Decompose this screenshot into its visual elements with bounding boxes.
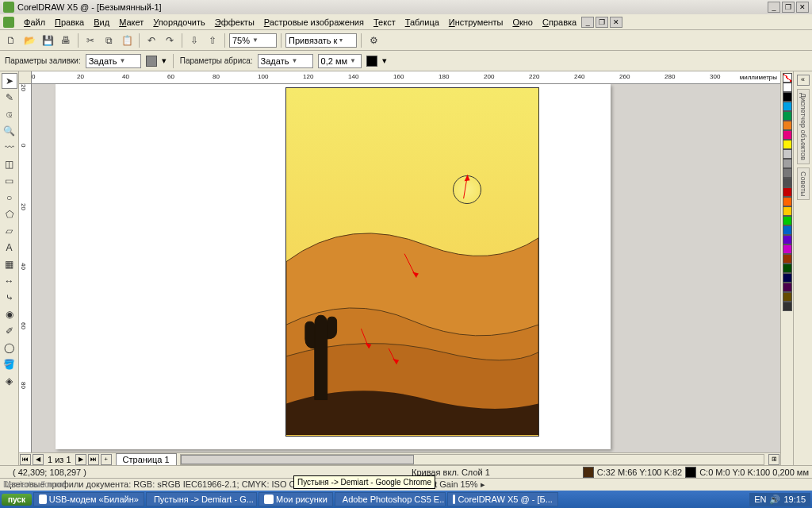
palette-swatch[interactable] [783,140,792,149]
interactive-fill-tool[interactable]: ◈ [2,373,17,389]
last-page-button[interactable]: ⏭ [88,454,99,465]
blend-tool[interactable]: ◉ [2,306,17,322]
taskbar-task[interactable]: USB-модем «Билайн» [33,492,144,506]
menu-Упорядочить[interactable]: Упорядочить [148,16,209,29]
eyedropper-tool[interactable]: ✐ [2,323,17,339]
lang-indicator[interactable]: EN [754,495,766,504]
status-outline-swatch[interactable] [685,467,696,478]
table-tool[interactable]: ▦ [2,256,17,272]
fill-swatch[interactable] [146,56,157,67]
palette-swatch[interactable] [783,121,792,130]
ellipse-tool[interactable]: ○ [2,190,17,206]
palette-swatch[interactable] [783,244,792,254]
polygon-tool[interactable]: ⬠ [2,206,17,222]
doc-close-button[interactable]: ✕ [610,17,622,28]
connector-tool[interactable]: ⤷ [2,290,17,306]
palette-swatch[interactable] [783,159,792,168]
palette-swatch[interactable] [783,264,792,273]
outline-select[interactable]: Задать▼ [258,54,313,68]
crop-tool[interactable]: ⟃ [2,106,17,122]
shape-tool[interactable]: ✎ [2,90,17,106]
menu-Эффекты[interactable]: Эффекты [210,16,259,29]
redo-button[interactable]: ↷ [162,33,178,48]
outline-width-select[interactable]: 0,2 мм▼ [318,54,362,68]
menu-Растровые изображения[interactable]: Растровые изображения [259,16,369,29]
prev-page-button[interactable]: ◀ [33,454,44,465]
palette-swatch[interactable] [783,225,792,235]
palette-swatch[interactable] [783,83,792,92]
doc-restore-button[interactable]: ❐ [596,17,608,28]
tray-icon[interactable]: 🔊 [769,495,780,505]
next-page-button[interactable]: ▶ [75,454,86,465]
start-button[interactable]: пуск [2,494,32,506]
dunes[interactable] [286,88,538,435]
palette-swatch[interactable] [783,197,792,206]
print-button[interactable]: 🖶 [58,33,74,48]
page-tab[interactable]: Страница 1 [116,453,177,466]
palette-swatch[interactable] [783,187,792,197]
palette-swatch[interactable] [783,206,792,216]
menu-Справка[interactable]: Справка [538,16,581,29]
save-button[interactable]: 💾 [40,33,56,48]
menu-Файл[interactable]: Файл [19,16,50,29]
new-button[interactable]: 🗋 [3,33,19,48]
outline-tool[interactable]: ◯ [2,340,17,356]
options-button[interactable]: ⚙ [366,33,381,48]
system-tray[interactable]: EN 🔊 19:15 [749,493,810,506]
cut-button[interactable]: ✂ [82,33,98,48]
palette-swatch[interactable] [783,216,792,225]
palette-swatch[interactable] [783,168,792,178]
docker-tab-hints[interactable]: Советы [797,167,810,200]
restore-button[interactable]: ❐ [782,2,795,13]
export-button[interactable]: ⇧ [205,33,220,48]
taskbar-task[interactable]: Пустыня -> Demiart - G... [146,492,257,506]
menu-Вид[interactable]: Вид [89,16,114,29]
import-button[interactable]: ⇩ [186,33,202,48]
docker-tab-objects[interactable]: Диспетчер объектов [797,89,810,164]
status-fill-swatch[interactable] [583,467,594,478]
palette-swatch[interactable] [783,273,792,283]
fill-tool[interactable]: 🪣 [2,356,17,372]
pick-tool[interactable]: ➤ [2,73,17,89]
doc-minimize-button[interactable]: _ [581,17,594,28]
no-color-swatch[interactable] [783,73,792,83]
fill-select[interactable]: Задать▼ [86,54,141,68]
palette-swatch[interactable] [783,283,792,292]
h-scrollbar[interactable] [180,454,764,465]
menu-Макет[interactable]: Макет [114,16,148,29]
palette-swatch[interactable] [783,292,792,302]
copy-button[interactable]: ⧉ [101,33,117,48]
taskbar-task[interactable]: Adobe Photoshop CS5 E... [335,492,446,506]
menu-Правка[interactable]: Правка [50,16,89,29]
zoom-select[interactable]: 75%▼ [229,33,277,48]
menu-Таблица[interactable]: Таблица [400,16,444,29]
palette-swatch[interactable] [783,130,792,140]
zoom-tool[interactable]: 🔍 [2,123,17,139]
taskbar-task[interactable]: CorelDRAW X5 @ - [Б... [447,492,558,506]
paste-button[interactable]: 📋 [119,33,135,48]
basic-shapes-tool[interactable]: ▱ [2,223,17,239]
artwork[interactable] [285,87,539,437]
taskbar-task[interactable]: Мои рисунки [259,492,333,506]
undo-button[interactable]: ↶ [144,33,159,48]
palette-swatch[interactable] [783,111,792,121]
palette-swatch[interactable] [783,302,792,311]
nav-button[interactable]: ⊞ [768,454,779,465]
palette-swatch[interactable] [783,149,792,159]
freehand-tool[interactable]: 〰 [2,140,17,156]
palette-swatch[interactable] [783,102,792,111]
open-button[interactable]: 📂 [21,33,37,48]
canvas[interactable] [32,84,780,452]
menu-Инструменты[interactable]: Инструменты [444,16,508,29]
smart-fill-tool[interactable]: ◫ [2,156,17,172]
snap-select[interactable]: Привязать к▾ [285,33,357,48]
outline-swatch[interactable] [366,56,377,67]
text-tool[interactable]: A [2,240,17,256]
first-page-button[interactable]: ⏮ [20,454,31,465]
menu-Текст[interactable]: Текст [369,16,400,29]
palette-swatch[interactable] [783,254,792,264]
close-button[interactable]: ✕ [796,2,809,13]
dimension-tool[interactable]: ↔ [2,273,17,289]
palette-swatch[interactable] [783,92,792,102]
menu-Окно[interactable]: Окно [508,16,538,29]
